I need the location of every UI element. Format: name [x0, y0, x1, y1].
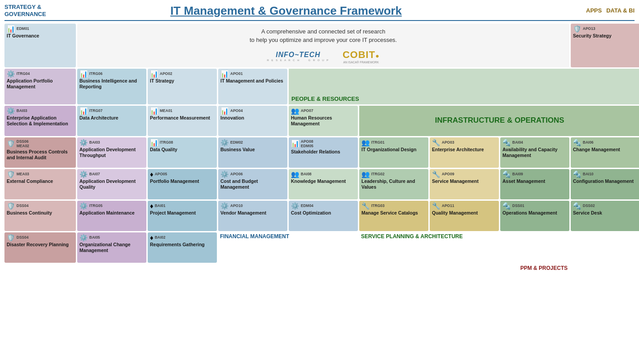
top-header: STRATEGY & GOVERNANCE IT Management & Go…: [4, 4, 635, 21]
logos-row: INFO~TECH R E S E A R C H G R O U P COBI…: [267, 49, 379, 64]
people-resources-header: PEOPLE & RESOURCES: [289, 69, 639, 104]
card-dss04: 🛡️ DSS04 Business Continuity: [4, 201, 76, 231]
card-apo09: 🔧 APO09 Service Management: [430, 169, 499, 199]
right-column-labels: APPS DATA & BI: [496, 7, 635, 14]
card-bai09: 🔩 BAI09 Asset Management: [500, 169, 569, 199]
apps-label: APPS: [586, 7, 602, 14]
card-apo02: 📊 APO02 IT Strategy: [148, 69, 217, 104]
card-apo06: ⚙️ APO06 Cost and Budget Management: [218, 169, 287, 199]
card-itrg05: ⚙️ ITRG05 Application Maintenance: [77, 201, 146, 231]
card-edm01: 📊 EDM01 IT Governance: [4, 24, 76, 67]
card-itrg02: 👥 ITRG02 Leadership, Culture and Values: [359, 169, 428, 199]
strategy-governance-label: STRATEGY & GOVERNANCE: [4, 4, 76, 18]
card-edm02: ⚙️ EDM02 Business Value: [218, 137, 287, 168]
card-dss04-dr: 🛡️ DSS04 Disaster Recovery Planning: [4, 232, 76, 263]
ppm-projects-label: PPM & PROJECTS: [519, 264, 569, 272]
card-itrg07: 📊 ITRG07 Data Architecture: [77, 106, 146, 136]
card-bai03-easi: ⚙️ BAI03 Enterprise Application Selectio…: [4, 106, 76, 136]
card-bai02: ♦ BAI02 Requirements Gathering: [148, 232, 217, 263]
card-apo11: 🔧 APO11 Quality Management: [430, 201, 499, 231]
card-apo08-edm05: 📊 APO08 EDM05 Stakeholder Relations: [289, 137, 358, 168]
card-apo03: 🔧 APO03 Enterprise Architecture: [430, 137, 499, 168]
card-mea01: 📊 MEA01 Performance Measurement: [148, 106, 217, 136]
card-apo04: 📊 APO04 Innovation: [218, 106, 287, 136]
card-mea03: 🛡️ MEA03 External Compliance: [4, 169, 76, 199]
card-dss01: 🔩 DSS01 Operations Management: [500, 201, 569, 231]
footer-spacer: [4, 264, 287, 272]
card-apo07: 👥 APO07 Human Resources Management: [289, 106, 358, 136]
card-apo10: ⚙️ APO10 Vendor Management: [218, 201, 287, 231]
card-itrg06: 📊 ITRG06 Business Intelligence and Repor…: [77, 69, 146, 104]
financial-management-label: FINANCIAL MANAGEMENT: [218, 232, 358, 263]
footer-spacer2: [289, 264, 428, 272]
card-edm04: ⚙️ EDM04 Cost Optimization: [289, 201, 358, 231]
card-dss02: 🔩 DSS02 Service Desk: [571, 201, 639, 231]
service-planning-label: SERVICE PLANNING & ARCHITECTURE: [359, 232, 499, 263]
card-bai03-dev: ⚙️ BAI03 Application Development Through…: [77, 137, 146, 168]
card-apo05: ♦ APO05 Portfolio Management: [148, 169, 217, 199]
page: STRATEGY & GOVERNANCE IT Management & Go…: [0, 0, 639, 364]
card-itrg08: 📊 ITRG08 Data Quality: [148, 137, 217, 168]
infra-ops-header: INFRASTRUCTURE & OPERATIONS: [359, 106, 639, 136]
card-apo13: 🛡️ APO13 Security Strategy: [571, 24, 639, 67]
card-bai08: 👥 BAI08 Knowledge Management: [289, 169, 358, 199]
card-bai01: ♦ BAI01 Project Management: [148, 201, 217, 231]
card-itrg03: 🔧 ITRG03 Manage Service Catalogs: [359, 201, 428, 231]
card-bai06: 🔩 BAI06 Change Management: [571, 137, 639, 168]
page-title: IT Management & Governance Framework: [76, 4, 496, 18]
card-bai04: 🔩 BAI04 Availability and Capacity Manage…: [500, 137, 569, 168]
card-apo01: 📊 APO01 IT Management and Policies: [218, 69, 287, 104]
cobit-logo: COBIT● AN ISACA® FRAMEWORK: [343, 49, 380, 64]
card-bai07-quality: ⚙️ BAI07 Application Development Quality: [77, 169, 146, 199]
card-itrg04: ⚙️ ITRG04 Application Portfolio Manageme…: [4, 69, 76, 104]
card-bai05: ⚙️ BAI05 Organizational Change Managemen…: [77, 232, 146, 263]
card-itrg01: 👥 ITRG01 IT Organizational Design: [359, 137, 428, 168]
infotech-logo: INFO~TECH R E S E A R C H G R O U P: [267, 51, 329, 62]
main-layout: 📊 EDM01 IT Governance A comprehensive an…: [4, 24, 635, 272]
intro-cell: A comprehensive and connected set of res…: [77, 24, 569, 67]
card-dss06-mea02: 🛡️ DSS06 MEA02 Business Process Controls…: [4, 137, 76, 168]
data-bi-label: DATA & BI: [606, 7, 635, 14]
card-bai10: 🔩 BAI10 Configuration Management: [571, 169, 639, 199]
